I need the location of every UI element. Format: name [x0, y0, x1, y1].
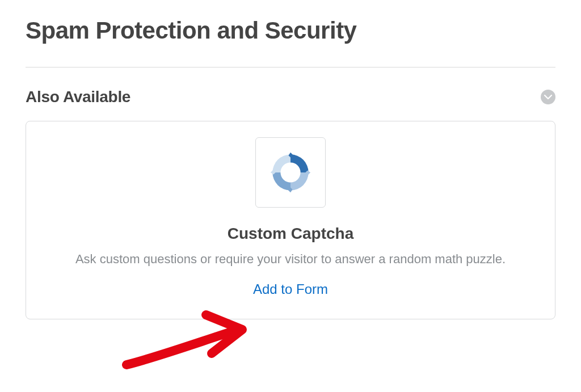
chevron-down-icon[interactable]	[541, 90, 555, 104]
captcha-cycle-icon	[255, 137, 326, 208]
card-description: Ask custom questions or require your vis…	[43, 251, 538, 268]
svg-point-4	[284, 166, 297, 179]
subsection-header[interactable]: Also Available	[26, 88, 555, 106]
subsection-title: Also Available	[26, 88, 130, 106]
divider	[26, 67, 555, 68]
page-title: Spam Protection and Security	[26, 17, 555, 44]
captcha-card: Custom Captcha Ask custom questions or r…	[26, 121, 555, 319]
card-title: Custom Captcha	[43, 225, 538, 243]
add-to-form-link[interactable]: Add to Form	[253, 281, 328, 297]
